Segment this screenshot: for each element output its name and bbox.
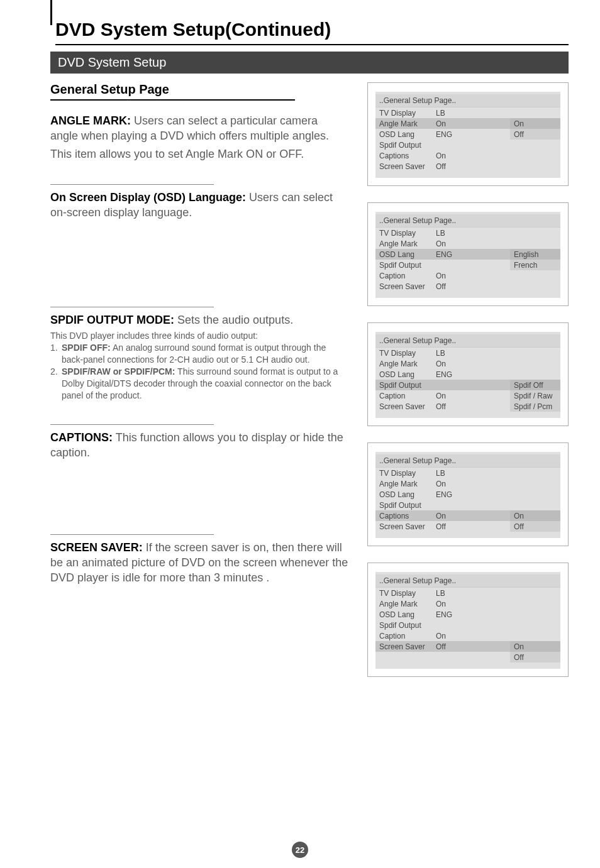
option-item[interactable]: Off: [510, 521, 560, 532]
menu-value: [436, 501, 461, 510]
left-column: General Setup Page ANGLE MARK: Users can…: [50, 82, 348, 677]
menu-label: Caption: [379, 392, 436, 400]
menu-row[interactable]: CaptionsOn: [375, 510, 510, 521]
menu-row[interactable]: Angle MarkOn: [375, 118, 510, 129]
menu-label: Screen Saver: [379, 402, 436, 411]
option-item[interactable]: On: [510, 510, 560, 521]
section-osd-lang: On Screen Display (OSD) Language: Users …: [50, 190, 348, 284]
option-item[interactable]: Spdif Off: [510, 380, 560, 390]
menu-label: TV Display: [379, 349, 436, 358]
menu-row[interactable]: CaptionsOn: [375, 150, 510, 161]
spdif-item1-label: SPDIF OFF:: [62, 343, 111, 353]
menu-value: LB: [436, 469, 461, 478]
menu-row[interactable]: Angle MarkOn: [375, 598, 510, 609]
menu-label: Spdif Output: [379, 141, 436, 150]
menu-row[interactable]: OSD LangENG: [375, 369, 510, 380]
menu-label: Screen Saver: [379, 162, 436, 171]
menu-row[interactable]: Angle MarkOn: [375, 358, 510, 369]
panel-title: ..General Setup Page..: [375, 94, 560, 107]
menu-label: Caption: [379, 272, 436, 280]
setup-panel-captions: ..General Setup Page..TV DisplayLBAngle …: [367, 442, 569, 546]
menu-row[interactable]: Screen SaverOff: [375, 401, 510, 412]
spdif-body: Sets the audio outputs.: [174, 314, 293, 326]
option-item[interactable]: English: [510, 249, 560, 260]
menu-row[interactable]: Screen SaverOff: [375, 521, 510, 532]
setup-panel-screensaver: ..General Setup Page..TV DisplayLBAngle …: [367, 563, 569, 677]
menu-value: Off: [436, 402, 461, 411]
setup-panel-spdif: ..General Setup Page..TV DisplayLBAngle …: [367, 322, 569, 426]
spdif-item2-label: SPDIF/RAW or SPDIF/PCM:: [62, 366, 175, 376]
osd-lang-label: On Screen Display (OSD) Language:: [50, 191, 246, 204]
menu-label: Spdif Output: [379, 501, 436, 510]
option-item[interactable]: On: [510, 641, 560, 652]
menu-row[interactable]: OSD LangENG: [375, 609, 510, 620]
menu-value: On: [436, 272, 461, 280]
section-captions: CAPTIONS: This function allows you to di…: [50, 430, 348, 512]
option-item[interactable]: Off: [510, 129, 560, 140]
menu-label: OSD Lang: [379, 610, 436, 619]
content-area: General Setup Page ANGLE MARK: Users can…: [50, 82, 569, 677]
option-item[interactable]: On: [510, 118, 560, 129]
menu-row[interactable]: Spdif Output: [375, 260, 510, 270]
menu-row[interactable]: Angle MarkOn: [375, 238, 510, 249]
option-item[interactable]: Spdif / Raw: [510, 390, 560, 401]
menu-value: On: [436, 119, 461, 128]
angle-mark-sub: This item allows you to set Angle Mark O…: [50, 146, 348, 162]
menu-row[interactable]: Spdif Output: [375, 620, 510, 630]
screensaver-label: SCREEN SAVER:: [50, 541, 143, 554]
sub-title-bar: DVD System Setup: [50, 52, 569, 74]
menu-row[interactable]: TV DisplayLB: [375, 588, 510, 598]
angle-mark-label: ANGLE MARK:: [50, 114, 131, 127]
menu-label: Angle Mark: [379, 119, 436, 128]
menu-row[interactable]: CaptionOn: [375, 390, 510, 401]
panel-title: ..General Setup Page..: [375, 574, 560, 588]
menu-row[interactable]: TV DisplayLB: [375, 468, 510, 478]
menu-label: TV Display: [379, 589, 436, 598]
menu-label: Screen Saver: [379, 642, 436, 651]
menu-row[interactable]: CaptionOn: [375, 270, 510, 281]
menu-value: [436, 261, 461, 270]
menu-value: ENG: [436, 250, 461, 259]
section-screensaver: SCREEN SAVER: If the screen saver is on,…: [50, 540, 348, 586]
menu-row[interactable]: Angle MarkOn: [375, 478, 510, 489]
menu-value: Off: [436, 522, 461, 531]
menu-row[interactable]: TV DisplayLB: [375, 228, 510, 238]
menu-row[interactable]: OSD LangENG: [375, 249, 510, 260]
section-spdif: SPDIF OUTPUT MODE: Sets the audio output…: [50, 312, 348, 402]
menu-row[interactable]: CaptionOn: [375, 630, 510, 641]
menu-label: Captions: [379, 151, 436, 160]
menu-row[interactable]: Spdif Output: [375, 140, 510, 150]
menu-label: Angle Mark: [379, 600, 436, 608]
option-item[interactable]: French: [510, 260, 560, 270]
option-item[interactable]: Spdif / Pcm: [510, 401, 560, 412]
menu-label: Angle Mark: [379, 360, 436, 368]
menu-row[interactable]: OSD LangENG: [375, 489, 510, 500]
menu-value: Off: [436, 162, 461, 171]
section-angle-mark: ANGLE MARK: Users can select a particula…: [50, 113, 348, 162]
menu-label: Spdif Output: [379, 621, 436, 630]
menu-row[interactable]: Screen SaverOff: [375, 641, 510, 652]
menu-value: [436, 381, 461, 390]
option-item[interactable]: Off: [510, 652, 560, 662]
menu-row[interactable]: Screen SaverOff: [375, 161, 510, 172]
menu-row[interactable]: Spdif Output: [375, 380, 510, 390]
menu-value: On: [436, 239, 461, 248]
menu-value: LB: [436, 589, 461, 598]
divider: [50, 307, 214, 307]
menu-row[interactable]: Screen SaverOff: [375, 281, 510, 292]
menu-row[interactable]: TV DisplayLB: [375, 348, 510, 358]
menu-value: On: [436, 632, 461, 640]
menu-value: [436, 141, 461, 150]
main-title: DVD System Setup(Continued): [55, 19, 569, 45]
menu-label: Angle Mark: [379, 480, 436, 488]
menu-label: Spdif Output: [379, 261, 436, 270]
menu-row[interactable]: OSD LangENG: [375, 129, 510, 140]
menu-value: On: [436, 360, 461, 368]
menu-label: Screen Saver: [379, 522, 436, 531]
spdif-item1-num: 1.: [50, 342, 58, 354]
menu-row[interactable]: TV DisplayLB: [375, 107, 510, 118]
menu-label: Angle Mark: [379, 239, 436, 248]
menu-row[interactable]: Spdif Output: [375, 500, 510, 510]
menu-value: ENG: [436, 370, 461, 379]
menu-label: TV Display: [379, 109, 436, 118]
